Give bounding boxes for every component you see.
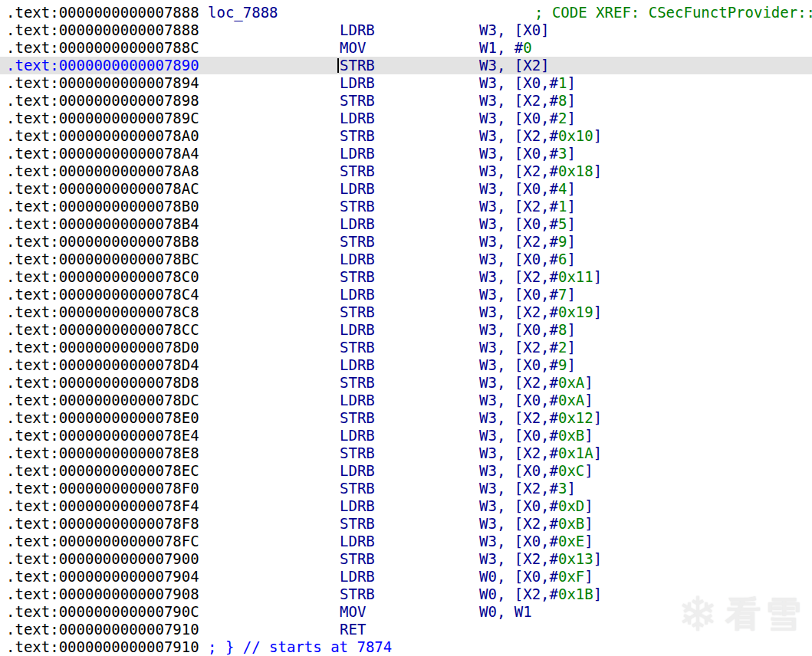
listing-row[interactable]: .text:00000000000078D4LDRBW3, [X0,#9] xyxy=(0,356,812,374)
immediate-value[interactable]: 2 xyxy=(558,110,567,126)
row-mnemonic[interactable]: STRB xyxy=(340,57,375,74)
listing-row[interactable]: .text:00000000000078BCLDRBW3, [X0,#6] xyxy=(0,251,812,268)
row-address[interactable]: .text:00000000000078E4 xyxy=(6,427,199,444)
listing-row[interactable]: .text:0000000000007888loc_7888; CODE XRE… xyxy=(0,4,812,21)
immediate-value[interactable]: 9 xyxy=(558,356,567,373)
row-mnemonic[interactable]: STRB xyxy=(340,480,375,497)
immediate-value[interactable]: 0xB xyxy=(558,427,584,444)
immediate-value[interactable]: 1 xyxy=(558,198,567,215)
immediate-value[interactable]: 0xC xyxy=(558,462,584,479)
row-mnemonic[interactable]: LDRB xyxy=(340,251,375,268)
immediate-value[interactable]: 0xD xyxy=(558,497,584,514)
listing-row[interactable]: .text:00000000000078ACLDRBW3, [X0,#4] xyxy=(0,180,812,198)
row-address[interactable]: .text:00000000000078F4 xyxy=(6,497,199,515)
row-operands[interactable]: W3, [X0,#0xB] xyxy=(479,427,593,444)
row-mnemonic[interactable]: STRB xyxy=(340,92,375,110)
row-address[interactable]: .text:0000000000007904 xyxy=(6,568,199,585)
row-operands[interactable]: W3, [X0,#0xC] xyxy=(479,462,593,480)
row-operands[interactable]: W3, [X2,#0x19] xyxy=(479,303,602,321)
listing-row[interactable]: .text:00000000000078C0STRBW3, [X2,#0x11] xyxy=(0,268,812,286)
row-mnemonic[interactable]: RET xyxy=(340,621,366,638)
row-mnemonic[interactable]: STRB xyxy=(340,339,375,356)
row-mnemonic[interactable]: LDRB xyxy=(340,392,375,409)
row-mnemonic[interactable]: STRB xyxy=(340,444,375,462)
listing-row[interactable]: .text:0000000000007900STRBW3, [X2,#0x13] xyxy=(0,550,812,568)
row-address[interactable]: .text:000000000000788C xyxy=(6,39,199,57)
row-operands[interactable]: W3, [X2,#0x12] xyxy=(479,409,602,427)
listing-row[interactable]: .text:0000000000007904LDRBW0, [X0,#0xF] xyxy=(0,568,812,585)
row-operands[interactable]: W1, #0 xyxy=(479,39,532,57)
immediate-value[interactable]: 9 xyxy=(558,233,567,250)
row-address[interactable]: .text:00000000000078A0 xyxy=(6,127,199,145)
immediate-value[interactable]: 0x10 xyxy=(558,127,593,144)
listing-row[interactable]: .text:0000000000007894LDRBW3, [X0,#1] xyxy=(0,74,812,92)
row-address[interactable]: .text:00000000000078E8 xyxy=(6,444,199,462)
row-operands[interactable]: W3, [X2,#0xA] xyxy=(479,374,593,392)
row-address[interactable]: .text:0000000000007910 xyxy=(6,621,199,638)
row-mnemonic[interactable]: LDRB xyxy=(340,286,375,303)
row-mnemonic[interactable]: STRB xyxy=(340,515,375,533)
listing-row[interactable]: .text:000000000000789CLDRBW3, [X0,#2] xyxy=(0,110,812,127)
row-operands[interactable]: W3, [X0,#9] xyxy=(479,356,576,374)
immediate-value[interactable]: 4 xyxy=(558,180,567,197)
listing-row[interactable]: .text:00000000000078B0STRBW3, [X2,#1] xyxy=(0,198,812,215)
row-operands[interactable]: W3, [X2,#3] xyxy=(479,480,576,497)
row-mnemonic[interactable]: LDRB xyxy=(340,74,375,92)
row-address[interactable]: .text:00000000000078D8 xyxy=(6,374,199,392)
row-operands[interactable]: W3, [X2,#1] xyxy=(479,198,576,215)
immediate-value[interactable]: 3 xyxy=(558,480,567,497)
row-operands[interactable]: W3, [X2,#0x11] xyxy=(479,268,602,286)
listing-row[interactable]: .text:00000000000078A8STRBW3, [X2,#0x18] xyxy=(0,162,812,180)
listing-row[interactable]: .text:00000000000078B8STRBW3, [X2,#9] xyxy=(0,233,812,251)
listing-row[interactable]: .text:00000000000078FCLDRBW3, [X0,#0xE] xyxy=(0,533,812,550)
row-operands[interactable]: W3, [X0,#1] xyxy=(479,74,576,92)
immediate-value[interactable]: 0x11 xyxy=(558,268,593,285)
row-address[interactable]: .text:00000000000078D0 xyxy=(6,339,199,356)
immediate-value[interactable]: 3 xyxy=(558,145,567,162)
row-operands[interactable]: W0, W1 xyxy=(479,603,532,621)
row-mnemonic[interactable]: LDRB xyxy=(340,321,375,339)
row-operands[interactable]: W3, [X0,#0xD] xyxy=(479,497,593,515)
row-operands[interactable]: W3, [X0,#5] xyxy=(479,215,576,233)
row-address[interactable]: .text:00000000000078C0 xyxy=(6,268,199,286)
row-operands[interactable]: W3, [X2,#0x1A] xyxy=(479,444,602,462)
row-address[interactable]: .text:00000000000078F8 xyxy=(6,515,199,533)
row-address[interactable]: .text:00000000000078C4 xyxy=(6,286,199,303)
row-address[interactable]: .text:00000000000078B4 xyxy=(6,215,199,233)
row-address[interactable]: .text:0000000000007910 xyxy=(6,638,199,656)
listing-row[interactable]: .text:00000000000078E0STRBW3, [X2,#0x12] xyxy=(0,409,812,427)
immediate-value[interactable]: 0x12 xyxy=(558,409,593,426)
immediate-value[interactable]: 1 xyxy=(558,74,567,91)
row-mnemonic[interactable]: STRB xyxy=(340,233,375,251)
row-address[interactable]: .text:00000000000078DC xyxy=(6,392,199,409)
row-operands[interactable]: W3, [X0,#0xE] xyxy=(479,533,593,550)
listing-row[interactable]: .text:00000000000078F0STRBW3, [X2,#3] xyxy=(0,480,812,497)
row-address[interactable]: .text:0000000000007888 xyxy=(6,4,199,21)
row-xref-comment[interactable]: ; CODE XREF: CSecFunctProvider:: xyxy=(534,4,812,21)
row-mnemonic[interactable]: LDRB xyxy=(340,427,375,444)
row-operands[interactable]: W3, [X0,#8] xyxy=(479,321,576,339)
row-operands[interactable]: W3, [X0,#4] xyxy=(479,180,576,198)
row-address[interactable]: .text:00000000000078A8 xyxy=(6,162,199,180)
immediate-value[interactable]: 0x18 xyxy=(558,162,593,179)
listing-row[interactable]: .text:00000000000078F8STRBW3, [X2,#0xB] xyxy=(0,515,812,533)
listing-row[interactable]: .text:00000000000078C8STRBW3, [X2,#0x19] xyxy=(0,303,812,321)
row-operands[interactable]: W3, [X2,#8] xyxy=(479,92,576,110)
row-operands[interactable]: W3, [X2] xyxy=(479,57,550,74)
row-mnemonic[interactable]: LDRB xyxy=(340,145,375,162)
row-address[interactable]: .text:00000000000078B0 xyxy=(6,198,199,215)
row-operands[interactable]: W3, [X0,#3] xyxy=(479,145,576,162)
immediate-value[interactable]: 8 xyxy=(558,321,567,338)
listing-row[interactable]: .text:00000000000078D8STRBW3, [X2,#0xA] xyxy=(0,374,812,392)
row-address[interactable]: .text:00000000000078CC xyxy=(6,321,199,339)
row-address[interactable]: .text:00000000000078BC xyxy=(6,251,199,268)
listing-row[interactable]: .text:00000000000078B4LDRBW3, [X0,#5] xyxy=(0,215,812,233)
immediate-value[interactable]: 0xE xyxy=(558,533,584,549)
listing-row[interactable]: .text:0000000000007898STRBW3, [X2,#8] xyxy=(0,92,812,110)
row-mnemonic[interactable]: MOV xyxy=(340,603,366,621)
row-mnemonic[interactable]: STRB xyxy=(340,162,375,180)
listing-row[interactable]: .text:00000000000078CCLDRBW3, [X0,#8] xyxy=(0,321,812,339)
immediate-value[interactable]: 0 xyxy=(523,39,531,56)
row-operands[interactable]: W3, [X2,#0x10] xyxy=(479,127,602,145)
listing-row[interactable]: .text:00000000000078D0STRBW3, [X2,#2] xyxy=(0,339,812,356)
